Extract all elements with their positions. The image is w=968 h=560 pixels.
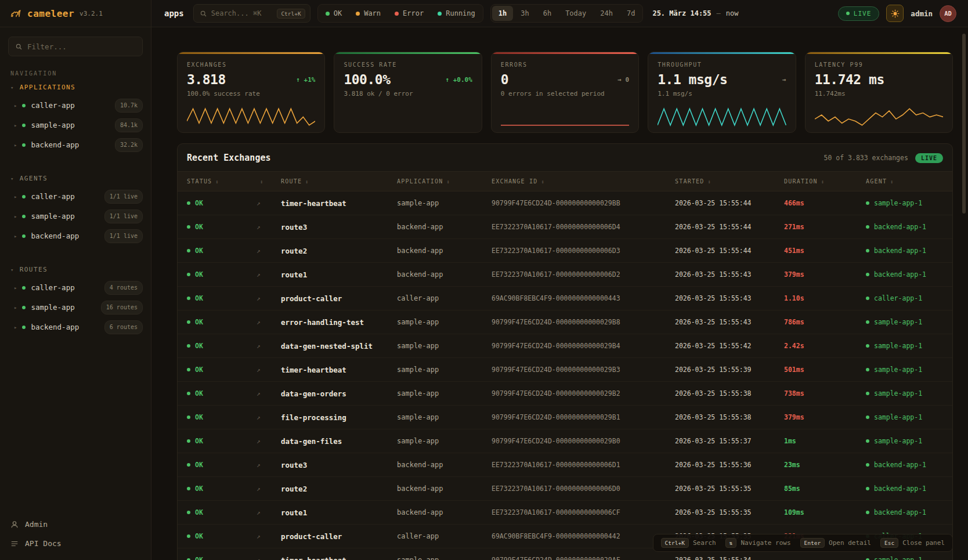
route-link-icon[interactable]: ↗ (257, 461, 281, 469)
route-link-icon[interactable]: ↗ (257, 438, 281, 445)
cell-route: error-handling-test (281, 318, 397, 327)
time-range-today[interactable]: Today (559, 6, 593, 21)
route-link-icon[interactable]: ↗ (257, 390, 281, 398)
sidebar-item-routes-caller-app[interactable]: ▸ caller-app 4 routes (0, 278, 151, 298)
table-row[interactable]: OK ↗ error-handling-test sample-app 9079… (178, 310, 952, 334)
stat-value: 3.818 (187, 72, 226, 87)
table-row[interactable]: OK ↗ route1 backend-app EE7322370A10617-… (178, 263, 952, 287)
route-link-icon[interactable]: ↗ (257, 533, 281, 540)
cell-agent: sample-app-1 (866, 342, 943, 350)
table-row[interactable]: OK ↗ data-gen-files sample-app 90799F47E… (178, 429, 952, 453)
route-link-icon[interactable]: ↗ (257, 342, 281, 350)
time-range-24h[interactable]: 24h (594, 6, 619, 21)
table-row[interactable]: OK ↗ route2 backend-app EE7322370A10617-… (178, 477, 952, 501)
sidebar-item-agent-sample-app[interactable]: ▸ sample-app 1/1 live (0, 207, 151, 226)
scrollbar-thumb[interactable] (962, 34, 966, 214)
agent-dot (866, 297, 869, 300)
sidebar-item-caller-app[interactable]: ▸ caller-app 10.7k (0, 96, 151, 115)
stat-value: 100.0% (344, 72, 390, 87)
cell-agent: sample-app-1 (866, 556, 943, 560)
column-header-started[interactable]: STARTED↕ (675, 178, 784, 185)
section-header-applications[interactable]: ▾ APPLICATIONS (0, 79, 151, 96)
sidebar-footer-label: Admin (25, 520, 48, 529)
sidebar-item-agent-backend-app[interactable]: ▸ backend-app 1/1 live (0, 226, 151, 246)
route-link-icon[interactable]: ↗ (257, 223, 281, 231)
sidebar-item-routes-backend-app[interactable]: ▸ backend-app 6 routes (0, 317, 151, 337)
search-input[interactable] (211, 9, 273, 17)
route-link-icon[interactable]: ↗ (257, 509, 281, 516)
table-row[interactable]: OK ↗ route2 backend-app EE7322370A10617-… (178, 239, 952, 263)
route-link-icon[interactable]: ↗ (257, 247, 281, 255)
cell-route: file-processing (281, 413, 397, 422)
cell-exchange-id: 90799F47E6CD24D-00000000000029B4 (492, 342, 675, 350)
table-row[interactable]: OK ↗ timer-heartbeat sample-app 90799F47… (178, 358, 952, 382)
column-header-status[interactable]: STATUS↕ (187, 178, 257, 185)
time-range-7d[interactable]: 7d (620, 6, 641, 21)
table-row[interactable]: OK ↗ timer-heartbeat sample-app 90799F47… (178, 192, 952, 215)
column-header-agent[interactable]: AGENT↕ (866, 178, 943, 185)
sidebar-filter-input[interactable] (27, 42, 136, 51)
column-header-exchange-id[interactable]: EXCHANGE ID↕ (492, 178, 675, 185)
sidebar-item-api-docs[interactable]: API Docs (0, 534, 151, 553)
time-range-6h[interactable]: 6h (537, 6, 558, 21)
route-link-icon[interactable]: ↗ (257, 366, 281, 374)
section-title: APPLICATIONS (20, 84, 75, 91)
filter-chip-ok[interactable]: OK (319, 6, 348, 21)
stat-card-success-rate: SUCCESS RATE 100.0% ↑ +0.0% 3.818 ok / 0… (334, 52, 482, 133)
theme-toggle-button[interactable] (886, 5, 904, 22)
route-link-icon[interactable]: ↗ (257, 319, 281, 326)
table-header: Recent Exchanges 50 of 3.833 exchanges L… (178, 144, 952, 171)
cell-route: data-gen-files (281, 437, 397, 446)
time-range-1h[interactable]: 1h (492, 6, 513, 21)
hint-label: Search (693, 539, 716, 547)
column-header-duration[interactable]: DURATION↕ (784, 178, 866, 185)
route-link-icon[interactable]: ↗ (257, 414, 281, 421)
sidebar-item-agent-caller-app[interactable]: ▸ caller-app 1/1 live (0, 187, 151, 207)
table-summary: 50 of 3.833 exchanges (824, 154, 908, 162)
route-link-icon[interactable]: ↗ (257, 557, 281, 560)
table-row[interactable]: OK ↗ data-gen-nested-split sample-app 90… (178, 334, 952, 358)
table-row[interactable]: OK ↗ data-gen-orders sample-app 90799F47… (178, 382, 952, 406)
status-dot (187, 320, 190, 324)
sidebar-item-routes-sample-app[interactable]: ▸ sample-app 16 routes (0, 298, 151, 317)
sidebar-item-backend-app[interactable]: ▸ backend-app 32.2k (0, 135, 151, 155)
table-row[interactable]: OK ↗ route1 backend-app EE7322370A10617-… (178, 501, 952, 525)
cell-application: backend-app (397, 485, 492, 493)
filter-chip-warn[interactable]: Warn (349, 6, 387, 21)
cell-agent: caller-app-1 (866, 294, 943, 302)
route-link-icon[interactable]: ↗ (257, 295, 281, 302)
chevron-right-icon: ▸ (14, 302, 17, 313)
live-toggle[interactable]: LIVE (838, 6, 880, 21)
column-header-route[interactable]: ROUTE↕ (281, 178, 397, 185)
route-link-icon[interactable]: ↗ (257, 271, 281, 279)
sidebar-item-sample-app[interactable]: ▸ sample-app 84.1k (0, 115, 151, 135)
column-header-expand[interactable]: ↕ (257, 179, 281, 185)
table-row[interactable]: OK ↗ file-processing sample-app 90799F47… (178, 406, 952, 429)
chevron-down-icon: ▾ (10, 267, 15, 273)
sidebar-item-admin[interactable]: Admin (0, 515, 151, 534)
global-search[interactable]: Ctrl+K (193, 4, 310, 23)
cell-duration: 379ms (784, 413, 866, 421)
cell-application: caller-app (397, 294, 492, 302)
card-accent-bar (806, 52, 952, 54)
table-row[interactable]: OK ↗ route3 backend-app EE7322370A10617-… (178, 453, 952, 477)
time-range-3h[interactable]: 3h (514, 6, 535, 21)
section-header-routes[interactable]: ▾ ROUTES (0, 261, 151, 278)
table-row[interactable]: OK ↗ route3 backend-app EE7322370A10617-… (178, 215, 952, 239)
route-link-icon[interactable]: ↗ (257, 485, 281, 493)
date-range-picker[interactable]: 25. März 14:55 — now (652, 9, 738, 17)
filter-chip-running[interactable]: Running (431, 6, 482, 21)
cell-status: OK (187, 318, 257, 326)
cell-exchange-id: EE7322370A10617-00000000000006D2 (492, 270, 675, 279)
ok-dot (326, 12, 330, 16)
sidebar-filter[interactable] (8, 37, 143, 56)
avatar[interactable]: AD (940, 5, 956, 22)
cell-duration: 23ms (784, 461, 866, 469)
section-header-agents[interactable]: ▾ AGENTS (0, 170, 151, 187)
cell-started: 2026-03-25 15:55:43 (675, 294, 784, 302)
column-header-application[interactable]: APPLICATION↕ (397, 178, 492, 185)
route-link-icon[interactable]: ↗ (257, 200, 281, 207)
sidebar-item-badge: 16 routes (101, 301, 143, 315)
filter-chip-error[interactable]: Error (388, 6, 430, 21)
table-row[interactable]: OK ↗ product-caller caller-app 69AC90BF8… (178, 287, 952, 310)
